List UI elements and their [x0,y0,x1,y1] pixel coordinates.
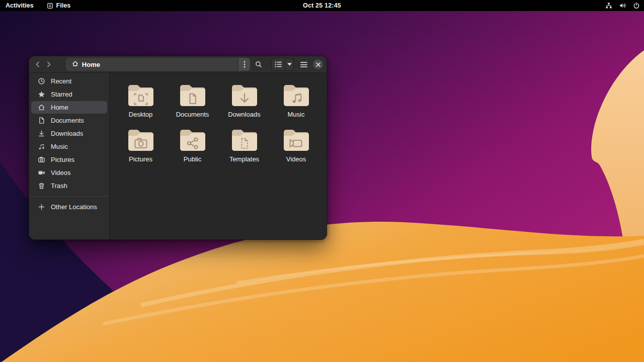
header-bar: Home [29,56,327,73]
network-icon [605,2,612,9]
folder-label: Downloads [228,111,260,118]
list-view-button[interactable] [272,58,285,71]
files-window: Home [29,56,327,240]
folder-label: Public [184,155,201,163]
folder-label: Videos [286,155,306,163]
sidebar-item-trash[interactable]: Trash [31,179,107,192]
folder-label: Templates [229,155,259,163]
path-current-location[interactable]: Home [66,60,106,68]
sidebar-label: Pictures [51,156,74,163]
folder-templates[interactable]: Templates [218,128,270,163]
document-icon [37,117,45,125]
folder-desktop[interactable]: Desktop [115,83,167,118]
folder-label: Desktop [129,111,153,118]
folder-documents[interactable]: Documents [167,83,218,118]
home-icon [37,104,45,112]
sidebar-item-pictures[interactable]: Pictures [31,153,107,166]
video-camera-icon [37,169,45,177]
sidebar-item-starred[interactable]: Starred [31,88,107,101]
view-toggle-group [271,58,294,71]
music-note-icon [37,143,45,151]
gnome-top-bar: Activities Files Oct 25 12:45 [0,0,644,11]
sidebar-item-home[interactable]: Home [31,101,107,114]
clock-button[interactable]: Oct 25 12:45 [303,2,341,9]
folder-videos[interactable]: Videos [270,128,322,163]
places-sidebar: Recent Starred H [29,73,110,239]
file-grid: Desktop Documents [110,73,327,239]
sidebar-label: Downloads [51,130,83,137]
folder-music[interactable]: Music [270,83,322,118]
sidebar-item-music[interactable]: Music [31,140,107,153]
folder-label: Music [288,111,305,118]
sidebar-item-downloads[interactable]: Downloads [31,127,107,140]
sidebar-item-other-locations[interactable]: Other Locations [31,201,107,213]
folder-label: Pictures [129,155,152,163]
forward-button[interactable] [44,58,54,70]
sidebar-label: Recent [51,77,71,85]
camera-icon [37,156,45,164]
plus-icon [37,203,45,211]
sidebar-label: Videos [51,169,71,176]
folder-pictures[interactable]: Pictures [115,128,167,163]
sidebar-item-recent[interactable]: Recent [31,75,107,87]
search-button[interactable] [253,58,264,70]
volume-icon [619,2,626,9]
activities-button[interactable]: Activities [6,2,34,9]
sidebar-label: Music [51,143,68,150]
clock-icon [37,77,45,85]
folder-label: Documents [176,111,209,118]
sidebar-label: Trash [51,182,67,190]
sidebar-label: Starred [51,90,72,98]
focused-app-menu[interactable]: Files [47,2,71,9]
path-label: Home [82,61,100,68]
trash-icon [37,182,45,190]
path-bar[interactable]: Home [66,58,251,71]
sidebar-separator [29,196,109,197]
close-button[interactable] [313,59,323,69]
star-icon [37,90,45,99]
power-icon [633,2,640,9]
folder-downloads[interactable]: Downloads [218,83,270,118]
close-icon [316,60,320,69]
view-options-button[interactable] [285,58,293,71]
sidebar-label: Documents [51,117,84,124]
files-app-icon [47,3,53,9]
system-status-area[interactable] [605,0,640,11]
desktop: Activities Files Oct 25 12:45 [0,0,644,362]
sidebar-label: Other Locations [51,203,97,211]
sidebar-item-videos[interactable]: Videos [31,166,107,179]
back-button[interactable] [33,58,43,70]
sidebar-label: Home [51,104,68,111]
sidebar-item-documents[interactable]: Documents [31,114,107,127]
location-menu-button[interactable] [238,58,250,71]
main-menu-button[interactable] [298,58,309,70]
home-icon [72,60,78,68]
download-icon [37,130,45,138]
focused-app-label: Files [56,2,71,9]
folder-public[interactable]: Public [167,128,218,163]
